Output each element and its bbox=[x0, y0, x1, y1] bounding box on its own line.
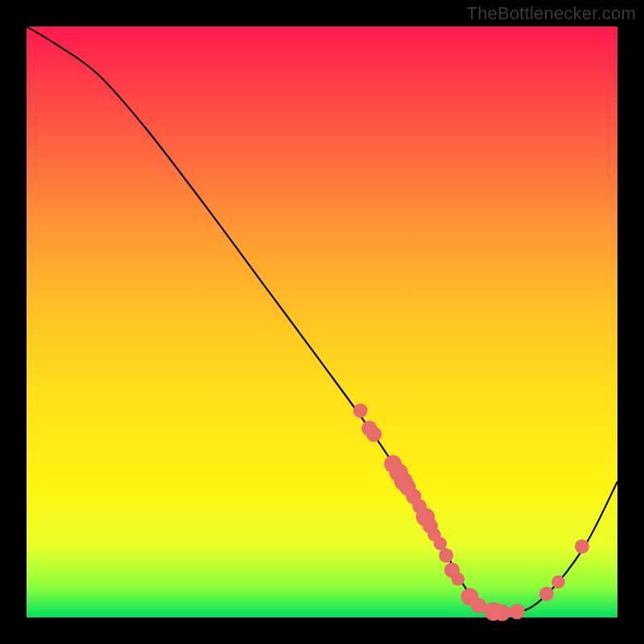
curve-marker bbox=[434, 537, 448, 551]
curve-marker bbox=[510, 604, 525, 619]
curve-marker bbox=[575, 539, 589, 554]
watermark-text: TheBottlenecker.com bbox=[467, 3, 636, 24]
curve-marker bbox=[551, 576, 565, 589]
chart-plot-area bbox=[27, 27, 617, 617]
curve-marker bbox=[539, 587, 554, 601]
curve-marker bbox=[366, 427, 382, 442]
curve-marker bbox=[439, 548, 453, 563]
curve-marker bbox=[353, 403, 368, 418]
curve-marker bbox=[452, 572, 465, 586]
chart-svg bbox=[27, 27, 617, 617]
curve-marker bbox=[494, 605, 511, 621]
curve-marker bbox=[471, 598, 486, 613]
bottleneck-curve bbox=[27, 27, 617, 613]
